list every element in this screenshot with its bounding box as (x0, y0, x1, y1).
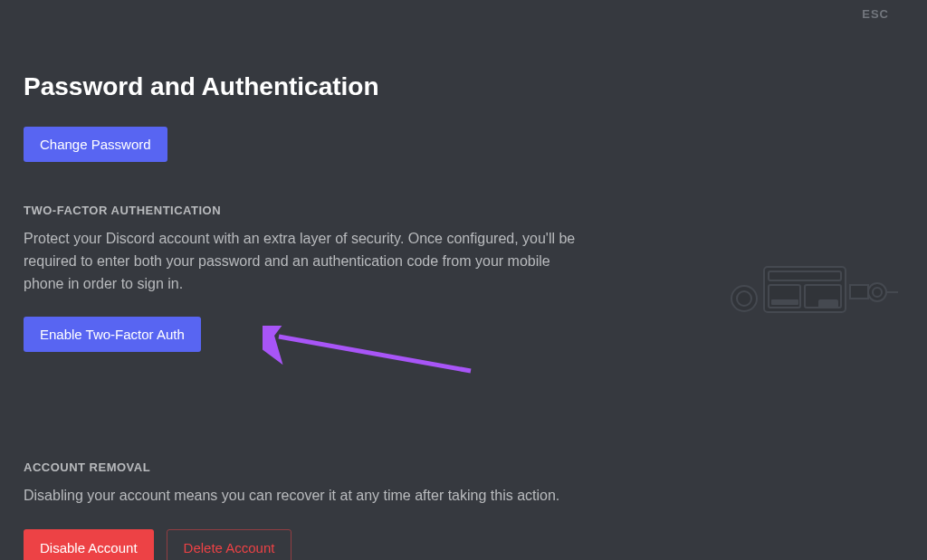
svg-rect-8 (818, 299, 838, 308)
change-password-button[interactable]: Change Password (24, 127, 167, 162)
svg-line-11 (279, 337, 471, 371)
lock-illustration (701, 249, 909, 321)
account-removal-description: Disabling your account means you can rec… (24, 485, 594, 508)
delete-account-button[interactable]: Delete Account (167, 529, 292, 560)
esc-close-label[interactable]: ESC (862, 7, 889, 21)
two-factor-description: Protect your Discord account with an ext… (24, 228, 594, 295)
enable-two-factor-button[interactable]: Enable Two-Factor Auth (24, 317, 201, 352)
settings-panel: ESC Password and Authentication Change P… (0, 0, 927, 560)
page-title: Password and Authentication (24, 72, 903, 101)
annotation-arrow (263, 326, 480, 380)
two-factor-section-label: TWO-FACTOR AUTHENTICATION (24, 204, 903, 217)
account-removal-button-row: Disable Account Delete Account (24, 529, 903, 560)
svg-point-6 (868, 283, 886, 301)
account-removal-section-label: ACCOUNT REMOVAL (24, 460, 903, 474)
svg-point-4 (731, 286, 757, 311)
disable-account-button[interactable]: Disable Account (24, 529, 154, 560)
svg-rect-9 (771, 299, 798, 305)
